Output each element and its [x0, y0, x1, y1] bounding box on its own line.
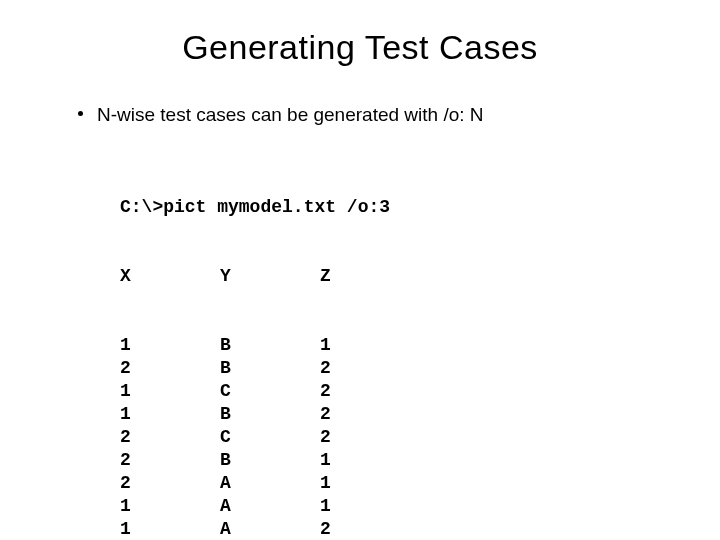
- table-cell: 1: [320, 334, 420, 357]
- table-cell: A: [220, 472, 320, 495]
- table-cell: 1: [120, 518, 220, 540]
- table-cell: 2: [320, 426, 420, 449]
- table-row: 2A1: [120, 472, 660, 495]
- table-cell: B: [220, 357, 320, 380]
- slide: Generating Test Cases N-wise test cases …: [0, 0, 720, 540]
- table-cell: 1: [120, 380, 220, 403]
- table-row: 1B2: [120, 403, 660, 426]
- table-cell: 1: [120, 495, 220, 518]
- table-row: 1C2: [120, 380, 660, 403]
- table-cell: 2: [320, 518, 420, 540]
- table-body: 1B12B21C21B22C22B12A11A11A21C12A22C1: [120, 334, 660, 540]
- table-row: 2B2: [120, 357, 660, 380]
- table-cell: 2: [120, 426, 220, 449]
- table-cell: C: [220, 380, 320, 403]
- table-row: 2C2: [120, 426, 660, 449]
- table-cell: 1: [320, 495, 420, 518]
- page-title: Generating Test Cases: [60, 28, 660, 67]
- header-x: X: [120, 265, 220, 288]
- table-cell: B: [220, 403, 320, 426]
- table-cell: B: [220, 449, 320, 472]
- table-cell: 2: [120, 449, 220, 472]
- table-row: 1B1: [120, 334, 660, 357]
- bullet-text: N-wise test cases can be generated with …: [97, 103, 484, 128]
- code-block: C:\>pict mymodel.txt /o:3 XYZ 1B12B21C21…: [120, 150, 660, 540]
- command-line: C:\>pict mymodel.txt /o:3: [120, 196, 660, 219]
- bullet-item: N-wise test cases can be generated with …: [78, 103, 660, 128]
- table-cell: 2: [120, 357, 220, 380]
- table-cell: 1: [320, 472, 420, 495]
- table-cell: 1: [120, 403, 220, 426]
- table-cell: 1: [320, 449, 420, 472]
- table-cell: A: [220, 495, 320, 518]
- table-cell: 2: [120, 472, 220, 495]
- table-row: 2B1: [120, 449, 660, 472]
- bullet-dot-icon: [78, 111, 83, 116]
- table-cell: 1: [120, 334, 220, 357]
- table-cell: 2: [320, 357, 420, 380]
- table-cell: A: [220, 518, 320, 540]
- table-row: 1A2: [120, 518, 660, 540]
- header-z: Z: [320, 265, 420, 288]
- table-cell: C: [220, 426, 320, 449]
- header-y: Y: [220, 265, 320, 288]
- table-cell: B: [220, 334, 320, 357]
- table-header-row: XYZ: [120, 265, 660, 288]
- table-cell: 2: [320, 403, 420, 426]
- table-cell: 2: [320, 380, 420, 403]
- table-row: 1A1: [120, 495, 660, 518]
